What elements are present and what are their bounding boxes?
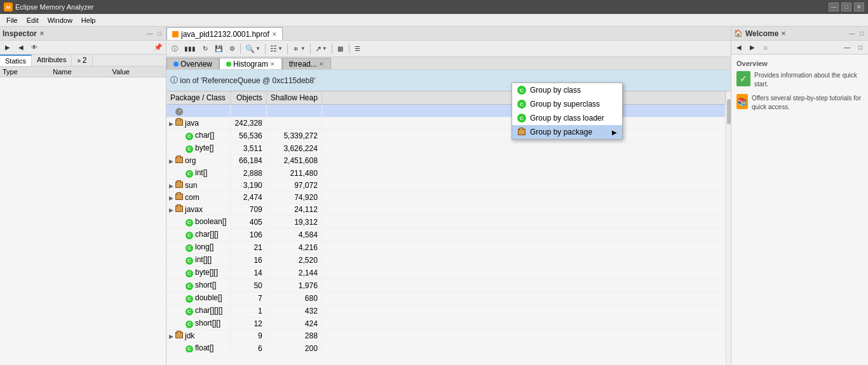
row-leaf-icon: ▶	[179, 232, 184, 238]
table-row[interactable]: ▶org 66,184 2,451,608	[166, 155, 726, 167]
welcome-min-button[interactable]: —	[848, 30, 857, 37]
app-icon: M	[4, 3, 13, 11]
center-tab-close[interactable]: ✕	[272, 31, 277, 37]
table-row[interactable]: ▶Clong[] 21 4,216	[166, 241, 726, 254]
window-controls[interactable]: — □ ✕	[829, 3, 864, 11]
tool-info[interactable]: ⓘ	[168, 43, 181, 55]
cell-class-name: ▶sun	[166, 180, 231, 192]
row-expand-icon[interactable]: ▶	[169, 121, 173, 127]
tool-export-dropdown[interactable]: ↗ ▼	[313, 43, 330, 55]
close-button[interactable]: ✕	[854, 3, 864, 11]
tool-chart2[interactable]: ▩	[334, 43, 347, 55]
menu-edit[interactable]: Edit	[23, 15, 43, 25]
inspector-pin[interactable]: 📌	[152, 42, 165, 53]
table-row[interactable]: ▶Cfloat[] 6 200	[166, 342, 726, 353]
table-row[interactable]: ▶java 242,328	[166, 117, 726, 129]
class-icon: C	[186, 219, 193, 227]
inspector-min-button[interactable]: —	[146, 30, 155, 37]
class-label: boolean[]	[195, 217, 226, 226]
table-row[interactable]: ▶Cchar[][] 106 4,584	[166, 229, 726, 241]
tool-group-dropdown[interactable]: ⧧ ▼	[290, 43, 308, 55]
row-expand-icon[interactable]: ▶	[169, 207, 173, 213]
inner-tab-thread[interactable]: thread... ✕	[282, 58, 331, 69]
col-header-package-class[interactable]: Package / Class	[166, 91, 231, 105]
class-label: java	[185, 119, 199, 128]
menu-group-by-package[interactable]: Group by package ▶	[512, 125, 622, 139]
minimize-button[interactable]: —	[829, 3, 839, 11]
table-row[interactable]: ▶Cbyte[][] 14 2,144	[166, 267, 726, 279]
inspector-max-button[interactable]: □	[156, 30, 163, 37]
welcome-min2-button[interactable]: —	[841, 42, 853, 53]
tool-refresh[interactable]: ↻	[199, 43, 212, 55]
cell-shallow-heap: 1,976	[266, 279, 322, 292]
row-expand-icon[interactable]: ▶	[169, 158, 173, 164]
welcome-max-button[interactable]: □	[858, 30, 865, 37]
welcome-forward-button[interactable]: ▶	[746, 42, 759, 53]
inspector-close-icon[interactable]: ✕	[39, 30, 44, 37]
welcome-panel-controls[interactable]: — □	[848, 30, 865, 37]
inspector-tool-2[interactable]: ◀	[15, 42, 27, 53]
table-row[interactable]: ▶Cchar[] 56,536 5,339,272	[166, 129, 726, 142]
inner-tab-overview[interactable]: Overview	[166, 58, 219, 69]
inspector-tool-1[interactable]: ▶	[1, 42, 14, 53]
col-header-shallow-heap[interactable]: Shallow Heap	[266, 91, 322, 105]
tool-extra[interactable]: ☰	[351, 43, 364, 55]
tool-bar-chart[interactable]: ▮▮▮	[182, 43, 198, 55]
tab-statics[interactable]: Statics	[0, 55, 32, 66]
table-row[interactable]: ▶Cshort[][] 12 424	[166, 317, 726, 330]
table-row[interactable]: ▶Cboolean[] 405 19,312	[166, 216, 726, 229]
table-scrollbar[interactable]	[726, 91, 731, 365]
tab-more[interactable]: » 2	[72, 55, 92, 66]
histogram-tab-close[interactable]: ✕	[270, 61, 275, 67]
table-scroll-area[interactable]: Package / Class Objects Shallow Heap ▶.*…	[166, 91, 726, 352]
cell-objects: 50	[231, 279, 266, 292]
row-expand-icon[interactable]: ▶	[169, 195, 173, 201]
table-row[interactable]: ▶Cchar[][][] 1 432	[166, 305, 726, 317]
thread-tab-close[interactable]: ✕	[319, 61, 324, 67]
menu-help[interactable]: Help	[78, 15, 100, 25]
scrollbar-thumb[interactable]	[727, 99, 731, 124]
cell-shallow-heap: 4,216	[266, 241, 322, 254]
inner-tab-histogram[interactable]: Histogram ✕	[219, 58, 282, 69]
welcome-max2-button[interactable]: □	[854, 42, 867, 53]
table-row[interactable]: ▶Cbyte[] 3,511 3,626,224	[166, 142, 726, 155]
table-row[interactable]: ▶Cint[][] 16 2,520	[166, 254, 726, 267]
inspector-header-controls[interactable]: — □	[146, 30, 163, 37]
inspector-tool-3[interactable]: 👁	[28, 42, 41, 53]
welcome-home-button[interactable]: ⌂	[759, 42, 772, 53]
row-leaf-icon: ▶	[179, 133, 184, 139]
table-row[interactable]: ▶com 2,474 74,920	[166, 192, 726, 204]
class-icon: C	[186, 232, 193, 239]
inspector-label: Inspector	[3, 29, 37, 38]
tool-save[interactable]: 💾	[212, 43, 225, 55]
table-row[interactable]: ▶Cint[] 2,888 211,480	[166, 167, 726, 180]
row-expand-icon[interactable]: ▶	[169, 183, 173, 189]
class-icon: C	[186, 145, 193, 153]
menu-file[interactable]: File	[3, 15, 22, 25]
table-row[interactable]: ▶sun 3,190 97,072	[166, 180, 726, 192]
row-expand-icon[interactable]: ▶	[169, 333, 173, 340]
welcome-back-button[interactable]: ◀	[733, 42, 745, 53]
tab-attributes[interactable]: Attributes	[32, 55, 72, 66]
tool-settings[interactable]: ⚙	[226, 43, 238, 55]
tool-view-dropdown[interactable]: ☷ ▼	[268, 43, 285, 55]
welcome-close-icon[interactable]: ✕	[781, 30, 786, 37]
cell-filler	[322, 180, 725, 192]
tool-search-dropdown[interactable]: 🔍 ▼	[243, 43, 263, 55]
welcome-content: Overview ✓ Provides information about th…	[731, 55, 868, 122]
maximize-button[interactable]: □	[841, 3, 851, 11]
menu-group-by-superclass[interactable]: C Group by superclass	[512, 97, 622, 111]
center-tab-main[interactable]: java_pid12132.0001.hprof ✕	[166, 27, 283, 40]
menu-window[interactable]: Window	[44, 15, 76, 25]
table-row[interactable]: ▶Cshort[] 50 1,976	[166, 279, 726, 292]
cell-filler	[322, 342, 725, 353]
menu-group-by-classloader[interactable]: C Group by class loader	[512, 111, 622, 125]
table-row[interactable]: ▶jdk 9 288	[166, 330, 726, 342]
inspector-header: Inspector ✕ — □	[0, 27, 166, 41]
toolbar-sep-3	[287, 44, 288, 54]
table-row[interactable]: ▶.*	[166, 105, 726, 117]
table-row[interactable]: ▶javax 709 24,112	[166, 204, 726, 216]
col-header-objects[interactable]: Objects	[231, 91, 266, 105]
table-row[interactable]: ▶Cdouble[] 7 680	[166, 292, 726, 305]
menu-group-by-class[interactable]: C Group by class	[512, 83, 622, 97]
